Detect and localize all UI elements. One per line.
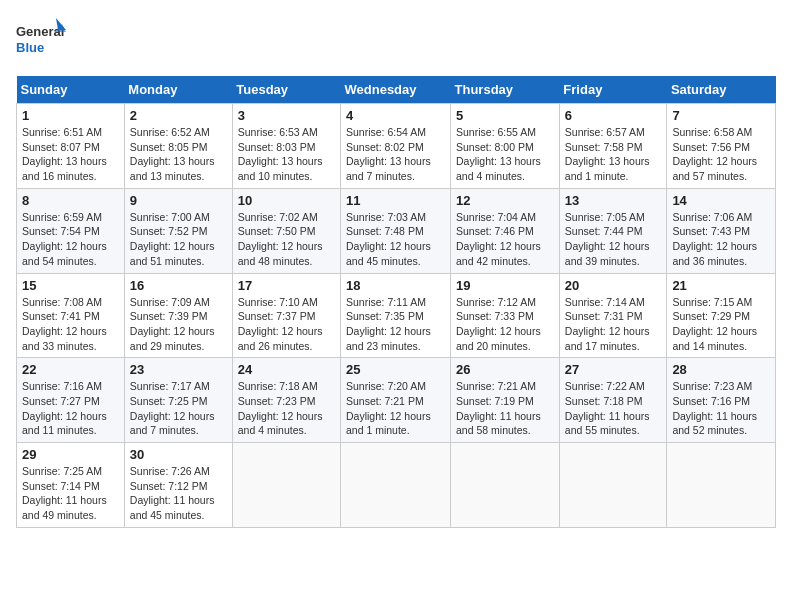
day-number: 9: [130, 193, 227, 208]
day-cell: 11Sunrise: 7:03 AM Sunset: 7:48 PM Dayli…: [341, 188, 451, 273]
col-header-wednesday: Wednesday: [341, 76, 451, 104]
day-info: Sunrise: 7:14 AM Sunset: 7:31 PM Dayligh…: [565, 295, 662, 354]
day-number: 3: [238, 108, 335, 123]
day-cell: 23Sunrise: 7:17 AM Sunset: 7:25 PM Dayli…: [124, 358, 232, 443]
day-info: Sunrise: 7:09 AM Sunset: 7:39 PM Dayligh…: [130, 295, 227, 354]
day-cell: 18Sunrise: 7:11 AM Sunset: 7:35 PM Dayli…: [341, 273, 451, 358]
day-cell: 9Sunrise: 7:00 AM Sunset: 7:52 PM Daylig…: [124, 188, 232, 273]
day-cell: 25Sunrise: 7:20 AM Sunset: 7:21 PM Dayli…: [341, 358, 451, 443]
logo: General Blue: [16, 16, 66, 64]
day-cell: 21Sunrise: 7:15 AM Sunset: 7:29 PM Dayli…: [667, 273, 776, 358]
day-number: 26: [456, 362, 554, 377]
day-number: 7: [672, 108, 770, 123]
day-number: 10: [238, 193, 335, 208]
day-info: Sunrise: 7:18 AM Sunset: 7:23 PM Dayligh…: [238, 379, 335, 438]
day-cell: 22Sunrise: 7:16 AM Sunset: 7:27 PM Dayli…: [17, 358, 125, 443]
day-info: Sunrise: 7:02 AM Sunset: 7:50 PM Dayligh…: [238, 210, 335, 269]
day-number: 20: [565, 278, 662, 293]
day-info: Sunrise: 7:23 AM Sunset: 7:16 PM Dayligh…: [672, 379, 770, 438]
day-info: Sunrise: 7:04 AM Sunset: 7:46 PM Dayligh…: [456, 210, 554, 269]
day-number: 21: [672, 278, 770, 293]
day-number: 15: [22, 278, 119, 293]
day-number: 23: [130, 362, 227, 377]
day-cell: 20Sunrise: 7:14 AM Sunset: 7:31 PM Dayli…: [559, 273, 667, 358]
col-header-sunday: Sunday: [17, 76, 125, 104]
day-cell: 12Sunrise: 7:04 AM Sunset: 7:46 PM Dayli…: [451, 188, 560, 273]
day-info: Sunrise: 6:55 AM Sunset: 8:00 PM Dayligh…: [456, 125, 554, 184]
day-info: Sunrise: 7:11 AM Sunset: 7:35 PM Dayligh…: [346, 295, 445, 354]
day-number: 27: [565, 362, 662, 377]
day-info: Sunrise: 7:10 AM Sunset: 7:37 PM Dayligh…: [238, 295, 335, 354]
day-cell: [667, 443, 776, 528]
day-number: 14: [672, 193, 770, 208]
day-info: Sunrise: 6:58 AM Sunset: 7:56 PM Dayligh…: [672, 125, 770, 184]
day-number: 29: [22, 447, 119, 462]
day-cell: 2Sunrise: 6:52 AM Sunset: 8:05 PM Daylig…: [124, 104, 232, 189]
day-number: 30: [130, 447, 227, 462]
week-row-3: 15Sunrise: 7:08 AM Sunset: 7:41 PM Dayli…: [17, 273, 776, 358]
day-number: 1: [22, 108, 119, 123]
day-cell: 4Sunrise: 6:54 AM Sunset: 8:02 PM Daylig…: [341, 104, 451, 189]
col-header-monday: Monday: [124, 76, 232, 104]
day-info: Sunrise: 7:16 AM Sunset: 7:27 PM Dayligh…: [22, 379, 119, 438]
day-cell: 17Sunrise: 7:10 AM Sunset: 7:37 PM Dayli…: [232, 273, 340, 358]
day-cell: 10Sunrise: 7:02 AM Sunset: 7:50 PM Dayli…: [232, 188, 340, 273]
day-number: 28: [672, 362, 770, 377]
day-info: Sunrise: 7:20 AM Sunset: 7:21 PM Dayligh…: [346, 379, 445, 438]
day-number: 13: [565, 193, 662, 208]
day-cell: 3Sunrise: 6:53 AM Sunset: 8:03 PM Daylig…: [232, 104, 340, 189]
header-row: SundayMondayTuesdayWednesdayThursdayFrid…: [17, 76, 776, 104]
day-info: Sunrise: 7:22 AM Sunset: 7:18 PM Dayligh…: [565, 379, 662, 438]
day-number: 18: [346, 278, 445, 293]
day-cell: 26Sunrise: 7:21 AM Sunset: 7:19 PM Dayli…: [451, 358, 560, 443]
logo-svg: General Blue: [16, 16, 66, 64]
calendar-body: 1Sunrise: 6:51 AM Sunset: 8:07 PM Daylig…: [17, 104, 776, 528]
day-cell: 16Sunrise: 7:09 AM Sunset: 7:39 PM Dayli…: [124, 273, 232, 358]
day-info: Sunrise: 7:21 AM Sunset: 7:19 PM Dayligh…: [456, 379, 554, 438]
day-info: Sunrise: 6:59 AM Sunset: 7:54 PM Dayligh…: [22, 210, 119, 269]
day-cell: [232, 443, 340, 528]
day-info: Sunrise: 6:52 AM Sunset: 8:05 PM Dayligh…: [130, 125, 227, 184]
day-info: Sunrise: 7:17 AM Sunset: 7:25 PM Dayligh…: [130, 379, 227, 438]
day-cell: 19Sunrise: 7:12 AM Sunset: 7:33 PM Dayli…: [451, 273, 560, 358]
page-header: General Blue: [16, 16, 776, 64]
day-cell: 13Sunrise: 7:05 AM Sunset: 7:44 PM Dayli…: [559, 188, 667, 273]
day-number: 11: [346, 193, 445, 208]
day-info: Sunrise: 7:26 AM Sunset: 7:12 PM Dayligh…: [130, 464, 227, 523]
day-cell: 14Sunrise: 7:06 AM Sunset: 7:43 PM Dayli…: [667, 188, 776, 273]
day-number: 5: [456, 108, 554, 123]
day-info: Sunrise: 7:25 AM Sunset: 7:14 PM Dayligh…: [22, 464, 119, 523]
day-cell: 1Sunrise: 6:51 AM Sunset: 8:07 PM Daylig…: [17, 104, 125, 189]
col-header-thursday: Thursday: [451, 76, 560, 104]
week-row-5: 29Sunrise: 7:25 AM Sunset: 7:14 PM Dayli…: [17, 443, 776, 528]
day-info: Sunrise: 7:05 AM Sunset: 7:44 PM Dayligh…: [565, 210, 662, 269]
day-number: 19: [456, 278, 554, 293]
week-row-1: 1Sunrise: 6:51 AM Sunset: 8:07 PM Daylig…: [17, 104, 776, 189]
week-row-4: 22Sunrise: 7:16 AM Sunset: 7:27 PM Dayli…: [17, 358, 776, 443]
day-info: Sunrise: 6:51 AM Sunset: 8:07 PM Dayligh…: [22, 125, 119, 184]
day-number: 2: [130, 108, 227, 123]
day-cell: 15Sunrise: 7:08 AM Sunset: 7:41 PM Dayli…: [17, 273, 125, 358]
day-info: Sunrise: 7:00 AM Sunset: 7:52 PM Dayligh…: [130, 210, 227, 269]
day-cell: 28Sunrise: 7:23 AM Sunset: 7:16 PM Dayli…: [667, 358, 776, 443]
day-number: 12: [456, 193, 554, 208]
day-number: 17: [238, 278, 335, 293]
day-number: 16: [130, 278, 227, 293]
day-number: 6: [565, 108, 662, 123]
day-number: 8: [22, 193, 119, 208]
day-number: 22: [22, 362, 119, 377]
day-cell: [559, 443, 667, 528]
day-info: Sunrise: 6:53 AM Sunset: 8:03 PM Dayligh…: [238, 125, 335, 184]
day-cell: 24Sunrise: 7:18 AM Sunset: 7:23 PM Dayli…: [232, 358, 340, 443]
day-cell: 5Sunrise: 6:55 AM Sunset: 8:00 PM Daylig…: [451, 104, 560, 189]
day-cell: 8Sunrise: 6:59 AM Sunset: 7:54 PM Daylig…: [17, 188, 125, 273]
day-info: Sunrise: 6:57 AM Sunset: 7:58 PM Dayligh…: [565, 125, 662, 184]
day-info: Sunrise: 6:54 AM Sunset: 8:02 PM Dayligh…: [346, 125, 445, 184]
day-cell: [451, 443, 560, 528]
day-cell: 29Sunrise: 7:25 AM Sunset: 7:14 PM Dayli…: [17, 443, 125, 528]
day-info: Sunrise: 7:03 AM Sunset: 7:48 PM Dayligh…: [346, 210, 445, 269]
svg-text:Blue: Blue: [16, 40, 44, 55]
day-number: 4: [346, 108, 445, 123]
col-header-friday: Friday: [559, 76, 667, 104]
day-info: Sunrise: 7:06 AM Sunset: 7:43 PM Dayligh…: [672, 210, 770, 269]
